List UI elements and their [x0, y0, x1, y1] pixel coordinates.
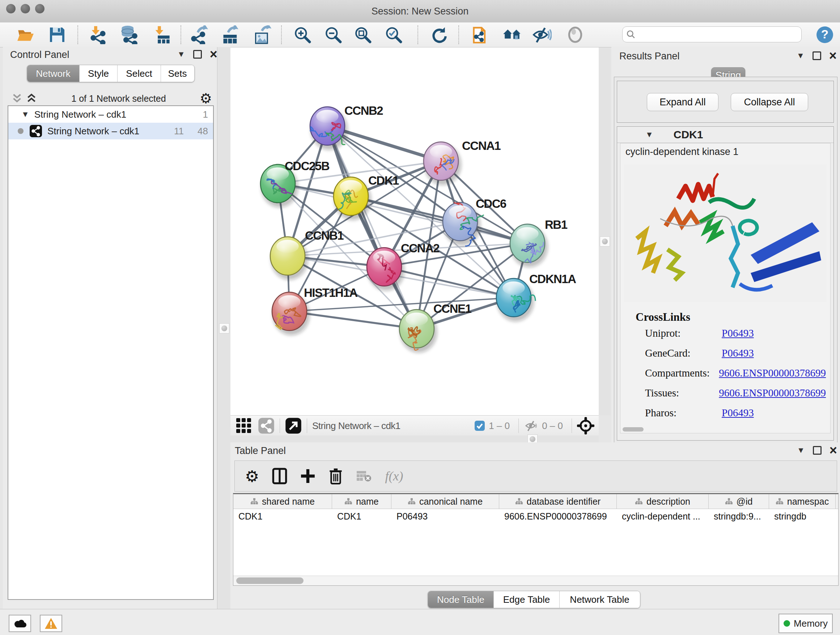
- node-gloss: [516, 227, 538, 240]
- network-label: String Network – cdk1: [47, 126, 174, 137]
- tab-network[interactable]: Network: [27, 65, 80, 82]
- houses-button[interactable]: [502, 25, 523, 45]
- crosslink-compartments[interactable]: 9606.ENSP00000378699: [719, 367, 826, 379]
- network-tree: ▼ String Network – cdk1 1 String Network…: [8, 105, 214, 600]
- column-header-label: canonical name: [419, 496, 483, 507]
- close-panel-icon[interactable]: ×: [829, 447, 837, 454]
- tab-edge-table[interactable]: Edge Table: [494, 591, 560, 608]
- grid-view-icon[interactable]: [235, 417, 252, 434]
- add-icon[interactable]: [300, 469, 316, 484]
- column-header-database-identifier[interactable]: database identifier: [499, 494, 617, 509]
- clear-table-icon: [356, 470, 372, 483]
- columns-icon[interactable]: [272, 468, 287, 485]
- collapse-panel-icon[interactable]: ▼: [797, 52, 805, 60]
- gear-icon[interactable]: ⚙: [245, 467, 259, 486]
- collapse-panel-icon[interactable]: ▼: [797, 447, 805, 454]
- table-hscrollbar[interactable]: [233, 576, 838, 585]
- crosslink-label: GeneCard:: [645, 347, 722, 359]
- selected-checkbox-icon[interactable]: [474, 420, 485, 431]
- zoom-fit-icon: [354, 26, 372, 44]
- import-network-database-button[interactable]: [118, 25, 139, 45]
- open-file-button[interactable]: [15, 25, 35, 45]
- window-title: Session: New Session: [0, 6, 840, 17]
- collapse-all-chevrons-icon[interactable]: [11, 93, 23, 104]
- float-panel-icon[interactable]: [813, 446, 821, 455]
- search-input[interactable]: [638, 29, 798, 40]
- table-export-icon: [221, 25, 240, 44]
- tab-select[interactable]: Select: [118, 65, 161, 82]
- node-label-CCNB1: CCNB1: [305, 229, 344, 242]
- edge-count: 48: [197, 126, 208, 137]
- horizontal-divider[interactable]: [231, 435, 599, 442]
- crosshair-icon[interactable]: [577, 417, 594, 434]
- warning-status-button[interactable]: [40, 615, 62, 632]
- node-label-CCNA1: CCNA1: [462, 139, 501, 152]
- gear-icon[interactable]: ⚙: [200, 90, 212, 106]
- column-header-description[interactable]: description: [617, 494, 709, 509]
- right-divider-handle[interactable]: [600, 236, 610, 247]
- collapse-panel-icon[interactable]: ▼: [177, 50, 185, 58]
- results-hscroll-thumb[interactable]: [622, 427, 644, 432]
- column-header-canonical-name[interactable]: canonical name: [392, 494, 499, 509]
- node-label-CCNE1: CCNE1: [433, 302, 472, 315]
- collection-label: String Network – cdk1: [34, 109, 203, 120]
- open-in-new-icon[interactable]: [285, 417, 302, 434]
- table-hscroll-thumb[interactable]: [236, 578, 303, 584]
- hide-selected-button[interactable]: [532, 25, 552, 45]
- help-button[interactable]: ?: [815, 25, 835, 45]
- left-divider-handle[interactable]: [219, 323, 229, 333]
- zoom-selected-button[interactable]: [384, 25, 404, 45]
- network-canvas[interactable]: CCNB2CCNA1CDC25BCDK1CDC6RB1CCNB1CCNA2CDK…: [231, 48, 599, 415]
- tab-network-table[interactable]: Network Table: [560, 591, 639, 608]
- column-header-shared-name[interactable]: shared name: [233, 494, 332, 509]
- export-image-button[interactable]: [252, 25, 272, 45]
- tab-node-table[interactable]: Node Table: [428, 591, 494, 608]
- export-table-button[interactable]: [220, 25, 240, 45]
- table-row[interactable]: CDK1CDK1P064939606.ENSP00000378699cyclin…: [233, 509, 838, 524]
- share-view-icon[interactable]: [258, 417, 275, 434]
- column-type-icon: [635, 498, 643, 505]
- gene-section-header[interactable]: ▼ CDK1: [617, 127, 834, 143]
- apply-layout-button[interactable]: [429, 25, 449, 45]
- tab-style[interactable]: Style: [80, 65, 118, 82]
- document-share-button[interactable]: [470, 25, 490, 45]
- network-collection-row[interactable]: ▼ String Network – cdk1 1: [8, 106, 213, 123]
- zoom-fit-button[interactable]: [353, 25, 373, 45]
- zoom-out-button[interactable]: [323, 25, 343, 45]
- table-toolbar: ⚙ f(x): [234, 461, 837, 492]
- zoom-in-button[interactable]: [292, 25, 313, 45]
- trash-icon[interactable]: [328, 468, 343, 485]
- float-panel-icon[interactable]: [193, 50, 202, 59]
- function-builder-icon: f(x): [385, 469, 403, 484]
- table-panel: Table Panel ▼ × ⚙ f(x) shared: [231, 442, 840, 609]
- import-network-file-button[interactable]: [88, 25, 108, 45]
- crosslinks-list: Uniprot:P06493GeneCard:P06493Compartment…: [645, 327, 826, 427]
- show-all-button[interactable]: [565, 25, 585, 45]
- column-header-namespac[interactable]: namespac: [769, 494, 836, 509]
- save-session-button[interactable]: [47, 25, 67, 45]
- table-import-icon: [152, 25, 171, 44]
- collapse-all-button[interactable]: Collapse All: [731, 93, 808, 111]
- crosslink-tissues[interactable]: 9606.ENSP00000378699: [719, 387, 826, 399]
- section-expander-icon[interactable]: ▼: [645, 131, 653, 139]
- close-panel-icon[interactable]: ×: [210, 51, 218, 57]
- tree-expander-icon[interactable]: ▼: [21, 111, 29, 119]
- tab-sets[interactable]: Sets: [161, 65, 194, 82]
- float-panel-icon[interactable]: [813, 51, 821, 60]
- close-panel-icon[interactable]: ×: [829, 52, 837, 59]
- column-header-@id[interactable]: @id: [709, 494, 769, 509]
- column-header-name[interactable]: name: [332, 494, 392, 509]
- node-gloss: [278, 295, 300, 308]
- memory-button[interactable]: Memory: [778, 614, 833, 633]
- right-divider[interactable]: [599, 48, 611, 415]
- network-row-selected[interactable]: String Network – cdk1 11 48: [8, 123, 213, 139]
- expand-all-chevrons-icon[interactable]: [25, 93, 38, 104]
- cloud-status-button[interactable]: [9, 615, 31, 632]
- crosslink-uniprot[interactable]: P06493: [722, 327, 754, 339]
- crosslink-pharos[interactable]: P06493: [722, 407, 754, 419]
- expand-all-button[interactable]: Expand All: [647, 93, 718, 111]
- import-table-file-button[interactable]: [152, 25, 172, 45]
- crosslink-genecard[interactable]: P06493: [722, 347, 754, 359]
- crosslink-label: Tissues:: [645, 387, 719, 399]
- export-network-button[interactable]: [189, 25, 210, 45]
